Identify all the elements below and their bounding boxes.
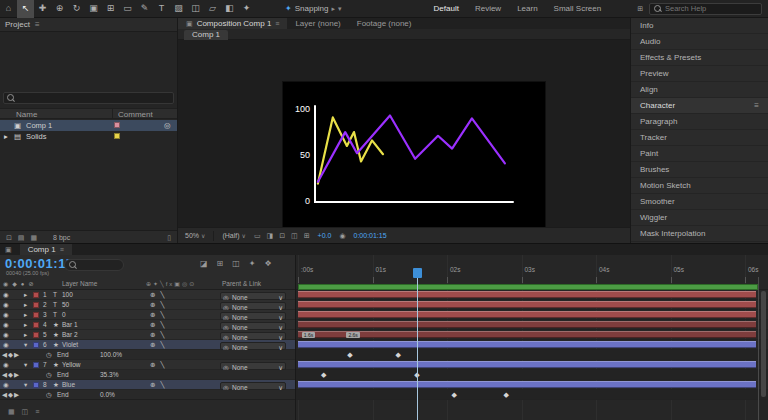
layer-row-50[interactable]: ◉▸2T50⊕╲◎None∨ [0, 300, 295, 310]
track-row[interactable] [296, 320, 768, 330]
track-row[interactable] [296, 340, 768, 350]
stopwatch-icon[interactable]: ◷ [46, 372, 52, 379]
parent-dropdown[interactable]: ◎None∨ [220, 382, 286, 390]
view-option-icon-4[interactable]: ⊞ [304, 232, 310, 239]
workspace-learn[interactable]: Learn [517, 5, 537, 13]
parent-dropdown[interactable]: ◎None∨ [220, 302, 286, 310]
camera-tool[interactable]: ▣ [85, 0, 102, 18]
help-search[interactable] [649, 3, 762, 15]
track-row[interactable]: ◆◆ [296, 390, 768, 400]
viewer-tab-footage-none-[interactable]: Footage (none) [349, 18, 420, 29]
timeline-view-icons[interactable]: ▦◫≡ [8, 408, 46, 415]
zoom-tool[interactable]: ⊕ [51, 0, 68, 18]
eye-icon[interactable]: ◉ [3, 382, 9, 389]
layer-row-100[interactable]: ◉▸1T100⊕╲◎None∨ [0, 290, 295, 300]
pen-tool[interactable]: ✎ [136, 0, 153, 18]
timeline-icon-1[interactable]: ⊞ [217, 260, 224, 268]
layer-bar[interactable] [298, 301, 756, 308]
workspace-grid-icon[interactable]: ⊞ [637, 5, 643, 12]
twirl-icon[interactable]: ▾ [24, 382, 27, 389]
layer-switches[interactable]: ⊕╲ [150, 362, 169, 369]
track-row[interactable] [296, 300, 768, 310]
viewer-tab-composition-comp-1[interactable]: ▣Composition Comp 1≡ [178, 18, 287, 29]
project-item-solids[interactable]: ▸▤Solids [0, 131, 177, 142]
eraser-tool[interactable]: ▱ [204, 0, 221, 18]
panel-tab-wiggler[interactable]: Wiggler [631, 210, 768, 226]
keyframe-icon[interactable]: ◆ [321, 371, 326, 378]
eye-icon[interactable]: ◉ [3, 362, 9, 369]
keyframe-icon[interactable]: ◆ [347, 351, 352, 358]
label-chip[interactable] [33, 342, 39, 348]
panel-tab-audio[interactable]: Audio [631, 34, 768, 50]
playhead-line[interactable] [417, 277, 418, 420]
layer-switches[interactable]: ⊕╲ [150, 332, 169, 339]
column-divider[interactable] [112, 109, 113, 118]
layer-bar[interactable] [298, 361, 756, 368]
panel-tab-character[interactable]: Character≡ [631, 98, 768, 114]
stopwatch-icon[interactable]: ◷ [46, 352, 52, 359]
panel-tab-info[interactable]: Info [631, 18, 768, 34]
layer-bar[interactable] [298, 331, 756, 338]
workspace-small-screen[interactable]: Small Screen [554, 5, 602, 13]
twirl-icon[interactable]: ▾ [24, 342, 27, 349]
track-row[interactable] [296, 380, 768, 390]
twirl-icon[interactable]: ▸ [24, 312, 27, 319]
eye-icon[interactable]: ◉ [3, 332, 9, 339]
track-row[interactable] [296, 310, 768, 320]
label-chip[interactable] [33, 332, 39, 338]
layer-bar[interactable] [298, 381, 756, 388]
layer-switches[interactable]: ⊕╲ [150, 312, 169, 319]
property-value[interactable]: 100.0% [100, 352, 122, 359]
panel-menu-icon[interactable]: ≡ [60, 246, 64, 253]
mask-tool[interactable]: ▭ [119, 0, 136, 18]
layer-row-violet[interactable]: ◉▾6★Violet⊕╲◎None∨ [0, 340, 295, 350]
stopwatch-icon[interactable]: ◷ [46, 392, 52, 399]
snap-option-2-icon[interactable]: ▾ [338, 5, 342, 12]
twirl-icon[interactable]: ▸ [24, 332, 27, 339]
comp-tab[interactable]: Comp 1 [184, 30, 228, 40]
keyframe-nav[interactable]: ◀◆▶ [2, 372, 20, 379]
layer-switches[interactable]: ⊕╲ [150, 382, 169, 389]
layer-bar[interactable] [298, 311, 756, 318]
eye-icon[interactable]: ◉ [3, 322, 9, 329]
panel-tab-tracker[interactable]: Tracker [631, 130, 768, 146]
parent-dropdown[interactable]: ◎None∨ [220, 332, 286, 340]
name-column-header[interactable]: Name [16, 111, 37, 119]
track-row[interactable] [296, 360, 768, 370]
track-row[interactable]: 1.6s2.6s [296, 330, 768, 340]
label-chip[interactable] [33, 382, 39, 388]
layer-switches[interactable]: ⊕╲ [150, 322, 169, 329]
label-chip[interactable] [114, 122, 120, 128]
eye-icon[interactable]: ◉ [3, 312, 9, 319]
view-option-icon-0[interactable]: ▭ [254, 232, 261, 239]
timeline-icon-2[interactable]: ◫ [232, 260, 240, 268]
viewer-tab-layer-none-[interactable]: Layer (none) [287, 18, 348, 29]
eye-icon[interactable]: ◉ [3, 342, 9, 349]
panel-tab-motion-sketch[interactable]: Motion Sketch [631, 178, 768, 194]
property-row-end[interactable]: ◀◆▶◷End35.3% [0, 370, 295, 380]
keyframe-nav[interactable]: ◀◆▶ [2, 392, 20, 399]
playhead-handle[interactable] [413, 268, 422, 278]
panel-tab-preview[interactable]: Preview [631, 66, 768, 82]
layer-row-0[interactable]: ◉▸3T0⊕╲◎None∨ [0, 310, 295, 320]
timeline-tab[interactable]: Comp 1 ≡ [20, 244, 72, 255]
timeline-icon-4[interactable]: ❖ [265, 260, 272, 268]
layer-switches[interactable]: ⊕╲ [150, 292, 169, 299]
timeline-icon-3[interactable]: ✦ [249, 260, 256, 268]
label-chip[interactable] [33, 322, 39, 328]
keyframe-icon[interactable]: ◆ [504, 391, 509, 398]
eye-icon[interactable]: ◉ [3, 292, 9, 299]
layer-switches[interactable]: ⊕╲ [150, 302, 169, 309]
brush-tool[interactable]: ▨ [170, 0, 187, 18]
panel-tab-paragraph[interactable]: Paragraph [631, 114, 768, 130]
layer-row-bar-1[interactable]: ◉▸4★Bar 1⊕╲◎None∨ [0, 320, 295, 330]
layer-switches[interactable]: ⊕╲ [150, 342, 169, 349]
trash-icon[interactable]: ▯ [167, 234, 171, 241]
twirl-icon[interactable]: ▸ [24, 302, 27, 309]
parent-dropdown[interactable]: ◎None∨ [220, 342, 286, 350]
comp-viewer[interactable]: 100500 [178, 40, 630, 227]
property-row-end[interactable]: ◀◆▶◷End100.0% [0, 350, 295, 360]
property-value[interactable]: 35.3% [100, 372, 118, 379]
roto-brush-tool[interactable]: ◧ [221, 0, 238, 18]
help-search-input[interactable] [665, 4, 757, 13]
